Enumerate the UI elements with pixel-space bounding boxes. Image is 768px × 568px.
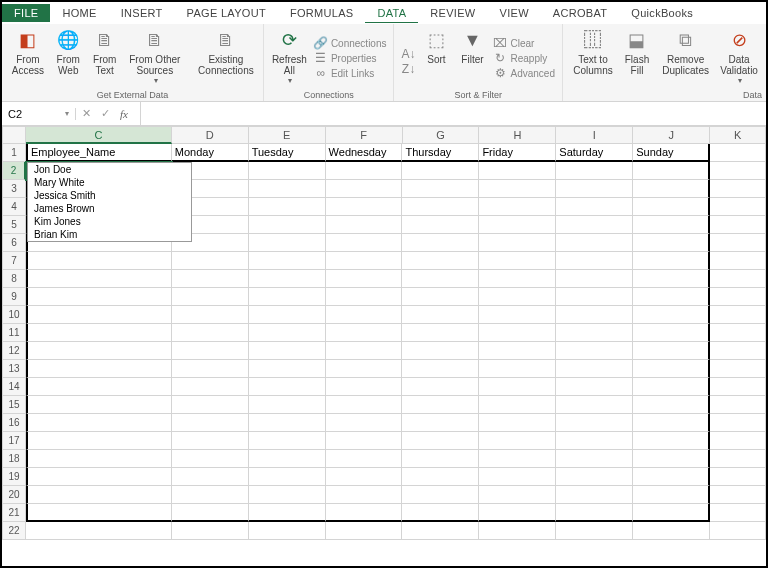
cell-F7[interactable] [326,252,403,270]
cell-C9[interactable] [26,288,172,306]
row-header-6[interactable]: 6 [2,234,26,252]
cell-K13[interactable] [710,360,766,378]
cell-H12[interactable] [479,342,556,360]
cell-H9[interactable] [479,288,556,306]
cell-J19[interactable] [633,468,710,486]
tab-view[interactable]: VIEW [488,4,541,22]
cell-J2[interactable] [633,162,710,180]
cell-E1[interactable]: Tuesday [249,144,326,162]
cell-C18[interactable] [26,450,172,468]
cell-E17[interactable] [249,432,326,450]
cell-G20[interactable] [402,486,479,504]
cell-K5[interactable] [710,216,766,234]
cell-F1[interactable]: Wednesday [326,144,403,162]
row-header-12[interactable]: 12 [2,342,26,360]
cell-D12[interactable] [172,342,249,360]
cell-F9[interactable] [326,288,403,306]
refresh-all-button[interactable]: ⟳Refresh All [268,26,311,90]
cell-C22[interactable] [26,522,172,540]
cell-D19[interactable] [172,468,249,486]
cell-C14[interactable] [26,378,172,396]
cell-E11[interactable] [249,324,326,342]
cell-E22[interactable] [249,522,326,540]
cell-J4[interactable] [633,198,710,216]
cell-F22[interactable] [326,522,403,540]
cell-E6[interactable] [249,234,326,252]
sort-button[interactable]: ⬚Sort [418,26,454,90]
cell-F14[interactable] [326,378,403,396]
cell-J9[interactable] [633,288,710,306]
cell-K20[interactable] [710,486,766,504]
cell-D13[interactable] [172,360,249,378]
text-to-columns-button[interactable]: ⿲Text to Columns [567,26,619,90]
cell-H8[interactable] [479,270,556,288]
cell-E7[interactable] [249,252,326,270]
cell-G11[interactable] [402,324,479,342]
cell-G13[interactable] [402,360,479,378]
cell-K21[interactable] [710,504,766,522]
row-header-1[interactable]: 1 [2,144,26,162]
cell-J10[interactable] [633,306,710,324]
sort-asc-button[interactable]: A↓ [401,47,415,61]
cell-J1[interactable]: Sunday [633,144,710,162]
remove-duplicates-button[interactable]: ⧉Remove Duplicates [655,26,716,90]
from-web-button[interactable]: 🌐From Web [50,26,87,90]
tab-file[interactable]: FILE [2,4,50,22]
name-box[interactable]: C2▾ [2,108,76,120]
cell-I13[interactable] [556,360,633,378]
cell-H11[interactable] [479,324,556,342]
cell-D14[interactable] [172,378,249,396]
cell-H5[interactable] [479,216,556,234]
cell-H21[interactable] [479,504,556,522]
filter-button[interactable]: ▼Filter [454,26,490,90]
flash-fill-button[interactable]: ⬓Flash Fill [619,26,655,90]
row-header-7[interactable]: 7 [2,252,26,270]
cell-F12[interactable] [326,342,403,360]
data-validation-button[interactable]: ⊘Data Validatio [716,26,762,90]
formula-input[interactable] [140,102,766,125]
row-header-11[interactable]: 11 [2,324,26,342]
cell-G6[interactable] [402,234,479,252]
cell-D17[interactable] [172,432,249,450]
tab-quickbooks[interactable]: QuickBooks [619,4,705,22]
cell-C20[interactable] [26,486,172,504]
cell-C10[interactable] [26,306,172,324]
cell-I10[interactable] [556,306,633,324]
cell-J6[interactable] [633,234,710,252]
dropdown-option-4[interactable]: Kim Jones [28,215,191,228]
cell-I7[interactable] [556,252,633,270]
col-header-J[interactable]: J [633,126,710,144]
row-header-19[interactable]: 19 [2,468,26,486]
cell-D20[interactable] [172,486,249,504]
cell-K17[interactable] [710,432,766,450]
cell-H15[interactable] [479,396,556,414]
tab-acrobat[interactable]: ACROBAT [541,4,619,22]
cell-K3[interactable] [710,180,766,198]
cell-J5[interactable] [633,216,710,234]
col-header-H[interactable]: H [479,126,556,144]
cell-H19[interactable] [479,468,556,486]
cell-G19[interactable] [402,468,479,486]
cell-C8[interactable] [26,270,172,288]
row-header-9[interactable]: 9 [2,288,26,306]
properties-button[interactable]: ☰Properties [314,51,387,65]
cell-H4[interactable] [479,198,556,216]
cell-H14[interactable] [479,378,556,396]
advanced-button[interactable]: ⚙Advanced [493,66,554,80]
cell-F5[interactable] [326,216,403,234]
cell-G2[interactable] [402,162,479,180]
cell-G17[interactable] [402,432,479,450]
tab-data[interactable]: DATA [365,4,418,23]
row-header-21[interactable]: 21 [2,504,26,522]
cell-J13[interactable] [633,360,710,378]
cell-J3[interactable] [633,180,710,198]
cell-G3[interactable] [402,180,479,198]
row-header-16[interactable]: 16 [2,414,26,432]
cell-K8[interactable] [710,270,766,288]
col-header-C[interactable]: C [26,126,172,144]
cell-F3[interactable] [326,180,403,198]
from-text-button[interactable]: 🗎From Text [87,26,123,90]
col-header-D[interactable]: D [172,126,249,144]
cell-H20[interactable] [479,486,556,504]
cell-F20[interactable] [326,486,403,504]
